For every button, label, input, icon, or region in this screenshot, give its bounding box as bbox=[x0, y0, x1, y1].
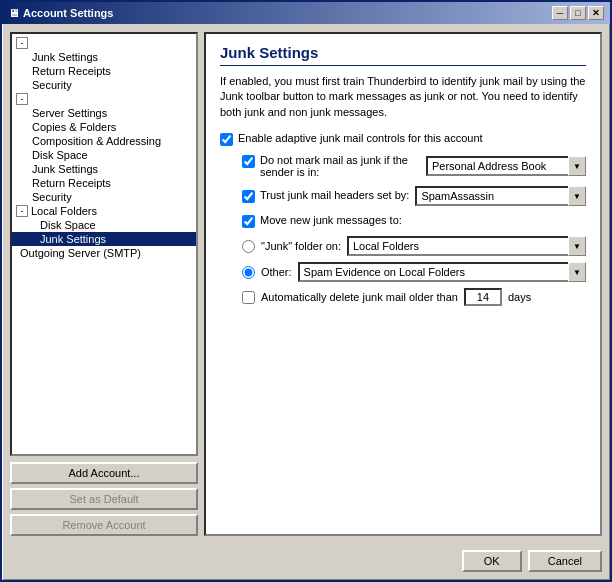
trust-checkbox[interactable] bbox=[242, 190, 255, 203]
sender-dropdown[interactable]: Personal Address Book Collected Addresse… bbox=[426, 156, 586, 176]
sidebar-group1-header[interactable]: - bbox=[12, 36, 196, 50]
sidebar-item-g2-security[interactable]: Security bbox=[12, 190, 196, 204]
other-dropdown[interactable]: Spam Evidence on Local Folders bbox=[298, 262, 586, 282]
title-bar-buttons: ─ □ ✕ bbox=[552, 6, 604, 20]
sidebar-item-g1-junk[interactable]: Junk Settings bbox=[12, 50, 196, 64]
days-input[interactable] bbox=[464, 288, 502, 306]
sidebar-item-g1-security[interactable]: Security bbox=[12, 78, 196, 92]
junk-folder-dropdown-wrapper: Local Folders Personal Folders ▼ bbox=[347, 236, 586, 256]
sidebar-item-lf-disk[interactable]: Disk Space bbox=[12, 218, 196, 232]
bottom-bar: OK Cancel bbox=[2, 544, 610, 580]
expander-icon: - bbox=[16, 37, 28, 49]
sender-row: Do not mark mail as junk if the sender i… bbox=[220, 154, 586, 178]
trust-row: Trust junk mail headers set by: SpamAssa… bbox=[220, 186, 586, 206]
enable-adaptive-checkbox[interactable] bbox=[220, 133, 233, 146]
enable-adaptive-row: Enable adaptive junk mail controls for t… bbox=[220, 132, 586, 146]
panel-title: Junk Settings bbox=[220, 44, 586, 66]
sidebar-tree[interactable]: - Junk Settings Return Receipts Security… bbox=[10, 32, 198, 456]
sender-checkbox[interactable] bbox=[242, 155, 255, 168]
window-icon: 🖥 bbox=[8, 7, 19, 19]
trust-dropdown[interactable]: SpamAssassin SpamPal bbox=[415, 186, 586, 206]
add-account-button[interactable]: Add Account... bbox=[10, 462, 198, 484]
sender-checkbox-label: Do not mark mail as junk if the sender i… bbox=[242, 154, 420, 178]
sidebar-item-g2-receipts[interactable]: Return Receipts bbox=[12, 176, 196, 190]
trust-dropdown-wrapper: SpamAssassin SpamPal ▼ bbox=[415, 186, 586, 206]
other-radio[interactable] bbox=[242, 266, 255, 279]
account-settings-window: 🖥 Account Settings ─ □ ✕ - Junk Settings… bbox=[0, 0, 612, 582]
junk-folder-radio-label: "Junk" folder on: bbox=[261, 240, 341, 252]
days-label: days bbox=[508, 291, 531, 303]
junk-folder-dropdown[interactable]: Local Folders Personal Folders bbox=[347, 236, 586, 256]
auto-delete-checkbox[interactable] bbox=[242, 291, 255, 304]
window-title: Account Settings bbox=[23, 7, 113, 19]
sidebar-item-g2-comp[interactable]: Composition & Addressing bbox=[12, 134, 196, 148]
maximize-button[interactable]: □ bbox=[570, 6, 586, 20]
main-panel: Junk Settings If enabled, you must first… bbox=[204, 32, 602, 536]
sender-dropdown-wrapper: Personal Address Book Collected Addresse… bbox=[426, 156, 586, 176]
cancel-button[interactable]: Cancel bbox=[528, 550, 602, 572]
sidebar-group2-header[interactable]: - bbox=[12, 92, 196, 106]
enable-adaptive-label: Enable adaptive junk mail controls for t… bbox=[220, 132, 483, 146]
other-dropdown-wrapper: Spam Evidence on Local Folders ▼ bbox=[298, 262, 586, 282]
sidebar-item-outgoing[interactable]: Outgoing Server (SMTP) bbox=[12, 246, 196, 260]
move-checkbox-label: Move new junk messages to: bbox=[242, 214, 402, 228]
sidebar-local-folders-label: Local Folders bbox=[31, 205, 97, 217]
other-row: Other: Spam Evidence on Local Folders ▼ bbox=[220, 262, 586, 282]
sidebar: - Junk Settings Return Receipts Security… bbox=[10, 32, 198, 536]
move-checkbox[interactable] bbox=[242, 215, 255, 228]
sidebar-item-g1-receipts[interactable]: Return Receipts bbox=[12, 64, 196, 78]
junk-folder-radio[interactable] bbox=[242, 240, 255, 253]
sidebar-item-g2-junk[interactable]: Junk Settings bbox=[12, 162, 196, 176]
other-radio-label: Other: bbox=[261, 266, 292, 278]
sidebar-buttons: Add Account... Set as Default Remove Acc… bbox=[10, 462, 198, 536]
set-default-button[interactable]: Set as Default bbox=[10, 488, 198, 510]
description-text: If enabled, you must first train Thunder… bbox=[220, 74, 586, 120]
sidebar-item-g2-server[interactable]: Server Settings bbox=[12, 106, 196, 120]
move-row: Move new junk messages to: bbox=[220, 214, 586, 228]
sidebar-item-lf-junk[interactable]: Junk Settings bbox=[12, 232, 196, 246]
title-bar: 🖥 Account Settings ─ □ ✕ bbox=[2, 2, 610, 24]
sidebar-local-folders-header[interactable]: - Local Folders bbox=[12, 204, 196, 218]
remove-account-button[interactable]: Remove Account bbox=[10, 514, 198, 536]
sidebar-item-g2-copies[interactable]: Copies & Folders bbox=[12, 120, 196, 134]
close-button[interactable]: ✕ bbox=[588, 6, 604, 20]
auto-delete-label: Automatically delete junk mail older tha… bbox=[261, 291, 458, 303]
content-area: - Junk Settings Return Receipts Security… bbox=[2, 24, 610, 544]
sidebar-item-g2-disk[interactable]: Disk Space bbox=[12, 148, 196, 162]
auto-delete-row: Automatically delete junk mail older tha… bbox=[220, 288, 586, 306]
expander-icon2: - bbox=[16, 93, 28, 105]
trust-checkbox-label: Trust junk mail headers set by: bbox=[242, 189, 409, 203]
minimize-button[interactable]: ─ bbox=[552, 6, 568, 20]
junk-folder-row: "Junk" folder on: Local Folders Personal… bbox=[220, 236, 586, 256]
title-bar-title: 🖥 Account Settings bbox=[8, 7, 113, 19]
ok-button[interactable]: OK bbox=[462, 550, 522, 572]
expander-icon3: - bbox=[16, 205, 28, 217]
